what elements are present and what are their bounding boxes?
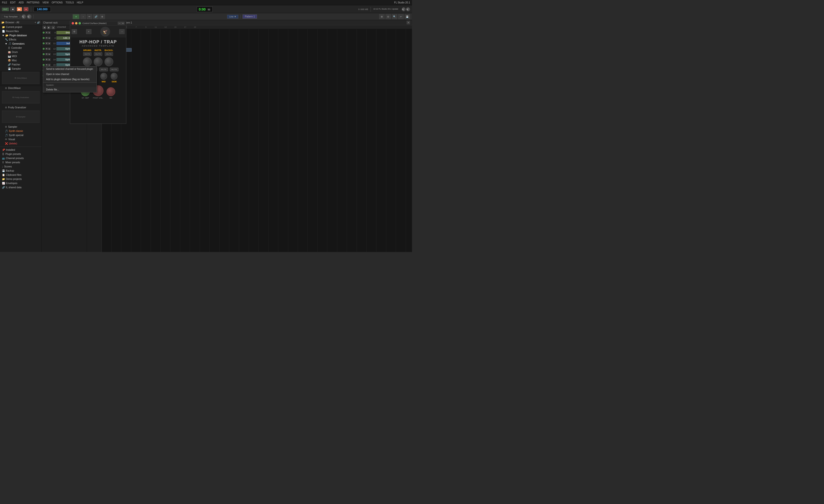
cs-backg-mute[interactable]: MUTE bbox=[105, 52, 113, 56]
win-close-btn[interactable] bbox=[72, 22, 74, 24]
ch-up-btn-synth2[interactable]: ▲ bbox=[48, 53, 50, 55]
transport-knob-2[interactable] bbox=[406, 7, 410, 11]
sidebar-item-generators[interactable]: ▼ 🎵 Generators bbox=[0, 42, 41, 46]
sidebar-item-mixer-presets[interactable]: 🎚 Mixer presets bbox=[0, 160, 41, 164]
ch-up-btn-2[interactable]: ▲ bbox=[48, 37, 50, 39]
tool-link-btn[interactable]: 🔗 bbox=[93, 14, 99, 19]
channel-led-synth1[interactable] bbox=[43, 48, 44, 50]
ch-down-btn[interactable]: ▼ bbox=[45, 31, 48, 34]
cs-minimize-btn[interactable]: ─ bbox=[118, 22, 121, 25]
menu-edit[interactable]: EDIT bbox=[10, 1, 16, 4]
channel-led-sub1[interactable] bbox=[43, 42, 44, 44]
cs-mid-mute[interactable]: MUTE bbox=[99, 68, 108, 71]
sidebar-item-current-project[interactable]: 📁 Current project bbox=[0, 25, 41, 29]
line-selector[interactable]: Line ▼ bbox=[227, 15, 238, 19]
ch-down-btn-synth1[interactable]: ▼ bbox=[45, 47, 48, 50]
win-max-btn[interactable] bbox=[79, 22, 81, 24]
menu-add[interactable]: ADD bbox=[19, 1, 24, 4]
menu-patterns[interactable]: PATTERNS bbox=[27, 1, 39, 4]
channel-led-synth4[interactable] bbox=[43, 64, 44, 66]
sidebar-item-effects[interactable]: 🔧 Effects bbox=[0, 37, 41, 42]
cs-drums-mute[interactable]: MUTE bbox=[83, 52, 92, 56]
ch-up-btn-synth3[interactable]: ▲ bbox=[48, 58, 50, 61]
sidebar-item-clipboard[interactable]: 📋 Clipboard files bbox=[0, 173, 41, 177]
tool-zoom-btn[interactable]: 🔍 bbox=[392, 14, 397, 19]
cs-tool-plus[interactable]: + bbox=[86, 29, 92, 34]
cr-nav-fwd[interactable]: ▶ bbox=[47, 26, 50, 29]
main-knob-2[interactable] bbox=[27, 14, 31, 19]
ctx-add-to-plugin-db[interactable]: Add to plugin database (flag as favorite… bbox=[43, 77, 97, 82]
tool-draw-btn[interactable]: ✏ bbox=[87, 14, 92, 19]
cs-backg-knob[interactable] bbox=[104, 57, 113, 66]
cr-nav-up[interactable]: ▲ bbox=[51, 26, 55, 29]
tool-snap-btn[interactable]: ⊞ bbox=[379, 14, 385, 19]
sidebar-item-envelopes[interactable]: 📈 Envelopes bbox=[0, 181, 41, 185]
sidebar-item-recent-files[interactable]: 📄 Recent files bbox=[0, 29, 41, 33]
cs-drums-knob[interactable] bbox=[83, 57, 92, 66]
sidebar-item-patcher[interactable]: 🔗 Patcher bbox=[0, 62, 41, 67]
cs-instr-knob[interactable] bbox=[94, 57, 103, 66]
sidebar-item-installed[interactable]: 📌 Installed bbox=[0, 148, 41, 152]
ctx-open-new-channel[interactable]: Open in new channel bbox=[43, 72, 97, 77]
tool-grid-btn[interactable]: ⊟ bbox=[386, 14, 391, 19]
pat-button[interactable]: PAT bbox=[2, 8, 9, 11]
channel-led-drums[interactable] bbox=[43, 32, 44, 33]
ctx-delete-file[interactable]: Delete file... bbox=[43, 87, 97, 92]
sidebar-item-demo-projects[interactable]: 📁 Demo projects bbox=[0, 177, 41, 181]
menu-help[interactable]: HELP bbox=[77, 1, 83, 4]
cs-tool-arrow[interactable]: → bbox=[119, 29, 125, 34]
menu-view[interactable]: VIEW bbox=[42, 1, 49, 4]
sidebar-item-channel-presets[interactable]: 📺 Channel presets bbox=[0, 156, 41, 160]
sidebar-item-delete[interactable]: ❌ (delete) bbox=[0, 141, 41, 146]
sidebar-item-plugin-database[interactable]: ▼ 📂 Plugin database bbox=[0, 33, 41, 37]
play-button[interactable]: ▶ bbox=[17, 7, 22, 11]
sidebar-item-visual[interactable]: 👁 Visual bbox=[0, 137, 41, 141]
cs-close-btn[interactable]: ✕ bbox=[121, 22, 125, 25]
tool-arrow-btn[interactable]: → bbox=[81, 14, 86, 19]
ch-down-btn-synth3[interactable]: ▼ bbox=[45, 58, 48, 61]
sidebar-item-directwave[interactable]: ⚙ DirectWave bbox=[0, 86, 41, 90]
ch-up-btn-sub1[interactable]: ▲ bbox=[48, 42, 50, 44]
channel-led-adddrums[interactable] bbox=[43, 37, 44, 39]
tool-save-btn[interactable]: 💾 bbox=[405, 14, 410, 19]
main-knob-1[interactable] bbox=[22, 14, 26, 19]
sidebar-item-misc[interactable]: 📦 Misc bbox=[0, 58, 41, 62]
ch-down-btn-sub1[interactable]: ▼ bbox=[45, 42, 48, 44]
sidebar-item-controller[interactable]: 🎛 Controller bbox=[0, 46, 41, 50]
ch-up-btn-synth4[interactable]: ▲ bbox=[48, 64, 50, 66]
browser-plus-icon[interactable]: + bbox=[34, 21, 36, 24]
cs-mid-knob[interactable] bbox=[100, 73, 107, 80]
sidebar-item-plugin-presets[interactable]: 🎛 Plugin presets bbox=[0, 152, 41, 156]
bpm-display[interactable]: 140.000 bbox=[33, 7, 51, 12]
sidebar-item-synth-special[interactable]: 🎵 Synth special bbox=[0, 133, 41, 137]
pattern-selector[interactable]: Pattern 1 bbox=[242, 14, 257, 19]
tool-mute-btn[interactable]: ⊗ bbox=[100, 14, 105, 19]
ch-down-btn-2[interactable]: ▼ bbox=[45, 37, 48, 39]
sidebar-item-drum[interactable]: 🥁 Drum bbox=[0, 50, 41, 54]
sidebar-item-scores[interactable]: ♩ Scores bbox=[0, 164, 41, 169]
cs-tool-gear[interactable]: ⚙ bbox=[72, 29, 77, 34]
ch-down-btn-synth4[interactable]: ▼ bbox=[45, 64, 48, 66]
ch-up-btn[interactable]: ▲ bbox=[48, 31, 50, 34]
record-button[interactable]: ● bbox=[23, 7, 28, 11]
sidebar-item-sampler[interactable]: 💾 Sampler bbox=[0, 67, 41, 71]
channel-led-synth3[interactable] bbox=[43, 58, 44, 60]
menu-options[interactable]: OPTIONS bbox=[51, 1, 63, 4]
cs-side-knob[interactable] bbox=[111, 73, 117, 80]
browser-speaker-icon[interactable]: 🔊 bbox=[37, 21, 40, 24]
cr-nav-back[interactable]: ◀ bbox=[43, 26, 46, 29]
ch-up-btn-synth1[interactable]: ▲ bbox=[48, 47, 50, 50]
menu-file[interactable]: FILE bbox=[2, 1, 7, 4]
tool-undo-btn[interactable]: ↩ bbox=[398, 14, 404, 19]
menu-tools[interactable]: TOOLS bbox=[66, 1, 74, 4]
arr-close-btn[interactable]: ✕ bbox=[407, 21, 410, 24]
cs-instr-mute[interactable]: MUTE bbox=[94, 52, 103, 56]
tool-mixer-btn[interactable]: ≡ bbox=[73, 14, 80, 19]
stop-button[interactable]: ■ bbox=[10, 7, 15, 11]
cs-sg-knob[interactable] bbox=[106, 87, 115, 96]
channel-led-synth2[interactable] bbox=[43, 53, 44, 55]
cs-side-mute[interactable]: MUTE bbox=[110, 68, 118, 71]
ch-down-btn-synth2[interactable]: ▼ bbox=[45, 53, 48, 55]
sidebar-item-synth-classic[interactable]: 🎵 Synth classic bbox=[0, 129, 41, 133]
sidebar-item-il-shared[interactable]: 🔗 IL shared data bbox=[0, 185, 41, 190]
